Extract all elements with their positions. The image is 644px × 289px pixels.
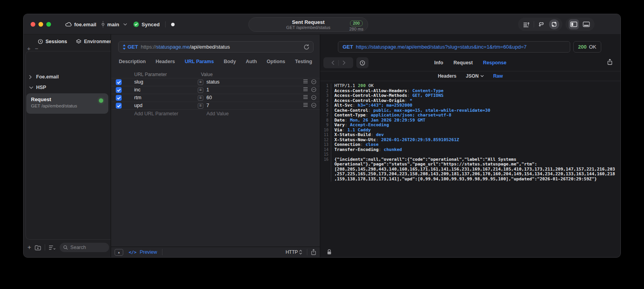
add-url-parameter-field[interactable]: Add URL Parameter bbox=[134, 111, 178, 116]
toggle-bottom-panel-button[interactable] bbox=[581, 19, 591, 29]
row-menu-icon[interactable] bbox=[303, 87, 308, 92]
tab-body[interactable]: Body bbox=[224, 59, 236, 64]
param-value-field[interactable]: 1 bbox=[206, 87, 209, 93]
response-status-badge: 200 OK bbox=[573, 41, 601, 53]
param-operator-button[interactable]: = bbox=[198, 103, 203, 109]
method-stepper-icon bbox=[122, 44, 126, 50]
tab-auth[interactable]: Auth bbox=[246, 59, 257, 64]
response-raw-view: 1 HTTP/1.1200OK 2Access-Control-Allow-He… bbox=[320, 81, 620, 257]
tab-request[interactable]: Request bbox=[453, 60, 473, 65]
preview-button[interactable]: Preview bbox=[140, 249, 157, 255]
subtab-headers[interactable]: Headers bbox=[438, 73, 456, 79]
remove-row-icon[interactable] bbox=[311, 95, 316, 100]
request-status-pill[interactable]: Sent Request GET /api/embed/status 200 2… bbox=[248, 17, 368, 32]
flow-button[interactable] bbox=[536, 19, 547, 29]
line-number: 12 bbox=[320, 138, 331, 143]
header-value: 2026-01-26T20:29:59.859105261Z bbox=[381, 137, 459, 142]
tree-item-hsp[interactable]: HSP bbox=[29, 85, 46, 90]
share-icon[interactable] bbox=[311, 249, 316, 255]
tree-item-foe-email[interactable]: Foe.email bbox=[29, 74, 59, 80]
subtab-json[interactable]: JSON bbox=[466, 73, 484, 79]
param-operator-button[interactable]: = bbox=[198, 87, 203, 93]
remove-row-icon[interactable] bbox=[311, 79, 316, 84]
sidebar-add-button[interactable]: + bbox=[27, 46, 31, 51]
line-number: 13 bbox=[320, 142, 331, 147]
tab-response[interactable]: Response bbox=[483, 60, 507, 65]
header-value: close bbox=[365, 142, 378, 147]
chevron-down-icon bbox=[480, 75, 484, 77]
collapse-panel-button[interactable]: ▲ bbox=[115, 249, 123, 256]
row-menu-icon[interactable] bbox=[303, 79, 308, 84]
param-name-field[interactable]: slug bbox=[134, 79, 143, 85]
minimize-window-button[interactable] bbox=[38, 22, 43, 27]
sync-status[interactable]: Synced bbox=[133, 21, 160, 27]
url-params-table: URL Parameter Value slug = status bbox=[111, 71, 320, 118]
export-list-button[interactable] bbox=[521, 19, 531, 29]
param-operator-button[interactable]: = bbox=[198, 95, 203, 101]
close-window-button[interactable] bbox=[31, 22, 35, 27]
header-name: Alt-Svc bbox=[334, 103, 358, 108]
tab-options[interactable]: Options bbox=[267, 59, 285, 64]
send-receive-button[interactable] bbox=[549, 19, 559, 29]
url-host: statuspage.me bbox=[156, 44, 190, 50]
add-value-field[interactable]: Add Value bbox=[206, 111, 229, 116]
param-enabled-checkbox[interactable] bbox=[116, 79, 122, 85]
line-number: 5 bbox=[320, 103, 331, 108]
project-selector[interactable]: foe.email bbox=[65, 22, 96, 27]
param-name-field[interactable]: rtm bbox=[134, 95, 141, 100]
tab-testing[interactable]: Testing bbox=[295, 59, 312, 64]
remove-row-icon[interactable] bbox=[311, 103, 316, 108]
header-name: X-Status-Now-Utc bbox=[334, 137, 381, 142]
branch-selector[interactable]: main bbox=[101, 21, 127, 27]
row-menu-icon[interactable] bbox=[303, 95, 308, 100]
line-number: 14 bbox=[320, 147, 331, 153]
lock-icon[interactable] bbox=[327, 249, 332, 255]
export-list-icon bbox=[523, 22, 530, 27]
new-folder-button[interactable] bbox=[35, 245, 41, 251]
tab-headers[interactable]: Headers bbox=[155, 59, 175, 64]
sidebar-search[interactable] bbox=[60, 243, 109, 252]
sync-status-label: Synced bbox=[142, 22, 160, 27]
search-input[interactable] bbox=[70, 245, 106, 250]
unsaved-indicator-dot bbox=[171, 23, 175, 26]
cloud-icon bbox=[65, 22, 72, 27]
param-value-field[interactable]: 60 bbox=[206, 95, 212, 100]
param-name-field[interactable]: inc bbox=[134, 87, 140, 93]
param-enabled-checkbox[interactable] bbox=[116, 87, 122, 93]
protocol-selector[interactable]: HTTP bbox=[286, 249, 302, 255]
url-protocol: https:// bbox=[141, 44, 156, 50]
response-url-field[interactable]: GET https://statuspage.me/api/embed/stat… bbox=[338, 41, 570, 53]
layout-sidebar-icon bbox=[570, 22, 577, 27]
param-enabled-checkbox[interactable] bbox=[116, 95, 122, 101]
param-value-field[interactable]: status bbox=[206, 79, 219, 85]
tab-url-params[interactable]: URL Params bbox=[185, 59, 214, 64]
param-enabled-checkbox[interactable] bbox=[116, 103, 122, 109]
row-menu-icon[interactable] bbox=[303, 103, 308, 108]
tab-info[interactable]: Info bbox=[434, 60, 443, 65]
tab-sessions[interactable]: Sessions bbox=[38, 39, 67, 44]
line-number: 11 bbox=[320, 133, 331, 138]
response-body-json: {"incidents":null,"overall":{"code":"ope… bbox=[334, 157, 617, 182]
subtab-raw[interactable]: Raw bbox=[493, 73, 503, 79]
tab-description[interactable]: Description bbox=[119, 59, 146, 64]
header-name: Access-Control-Allow-Methods bbox=[334, 93, 412, 98]
zoom-window-button[interactable] bbox=[46, 22, 51, 27]
request-url-bar[interactable]: GET https://statuspage.me/api/embed/stat… bbox=[118, 41, 314, 53]
clock-icon bbox=[38, 39, 43, 44]
param-name-field[interactable]: upd bbox=[134, 103, 142, 108]
resend-request-button[interactable] bbox=[304, 44, 309, 50]
sort-filter-button[interactable] bbox=[49, 245, 56, 250]
param-value-field[interactable]: 7 bbox=[206, 103, 209, 108]
sidebar-remove-button[interactable]: − bbox=[35, 46, 38, 51]
param-row-inc: inc = 1 bbox=[111, 86, 320, 94]
line-number: 2 bbox=[320, 89, 331, 94]
param-operator-button[interactable]: = bbox=[198, 80, 203, 85]
export-response-button[interactable] bbox=[607, 59, 613, 65]
layers-icon bbox=[76, 39, 82, 44]
new-request-button[interactable]: + bbox=[27, 244, 31, 251]
request-method[interactable]: GET bbox=[128, 44, 138, 50]
remove-row-icon[interactable] bbox=[311, 87, 316, 92]
toggle-sidebar-button[interactable] bbox=[569, 19, 579, 29]
header-value: Mon, 26 Jan 2026 20:29:59 GMT bbox=[350, 118, 425, 123]
request-list-item-selected[interactable]: Request GET /api/embed/status bbox=[26, 93, 108, 114]
